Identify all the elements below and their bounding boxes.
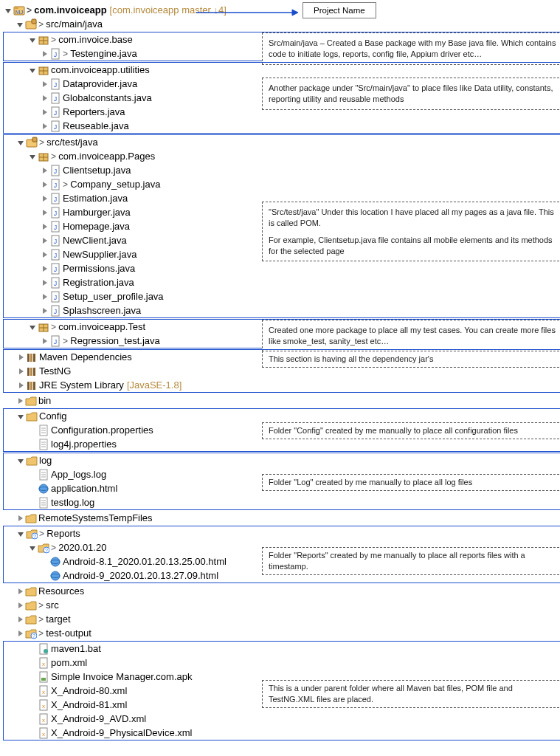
tree-label: Estimation.java [61, 193, 128, 204]
expand-toggle[interactable] [15, 586, 25, 597]
expand-toggle[interactable] [39, 306, 49, 316]
tree-item-src[interactable]: src [3, 598, 560, 612]
expand-toggle[interactable] [39, 121, 49, 131]
project-icon [13, 4, 25, 16]
expand-toggle[interactable] [27, 65, 38, 75]
expand-toggle[interactable] [15, 628, 25, 639]
expand-toggle[interactable] [39, 236, 49, 246]
expand-toggle[interactable] [27, 543, 38, 553]
tree-label: log4j.properties [49, 439, 117, 450]
tree-label: X_Android-81.xml [49, 699, 127, 710]
text-file-icon [38, 497, 49, 509]
java-file-icon [49, 335, 61, 347]
tree-item-java-file[interactable]: Splashscreen.java [4, 303, 560, 317]
tree-label: Reuseable.java [61, 120, 129, 131]
expand-toggle[interactable] [27, 322, 38, 332]
expand-toggle[interactable] [15, 380, 26, 391]
expand-toggle[interactable] [15, 456, 26, 466]
tree-item-resources[interactable]: Resources [3, 584, 560, 598]
java-file-icon [49, 48, 61, 60]
expand-toggle[interactable] [15, 396, 25, 406]
java-file-icon [49, 120, 61, 132]
expand-toggle[interactable] [15, 366, 26, 377]
expand-toggle[interactable] [39, 79, 49, 89]
expand-toggle[interactable] [39, 264, 49, 274]
tree-label: Simple Invoice Manager.com.apk [49, 671, 192, 682]
expand-toggle[interactable] [15, 19, 25, 30]
tree-label: TestNG [38, 365, 71, 377]
expand-toggle[interactable] [15, 411, 26, 422]
annotation-reports: Folder "Reports" created by me manually … [262, 547, 560, 575]
tree-label: src/test/java [38, 137, 98, 148]
tree-item-java-file[interactable]: Registration.java [4, 275, 560, 289]
expand-toggle[interactable] [39, 336, 49, 346]
tree-label: com.invoiceapp.Test [49, 321, 145, 332]
package-icon [38, 34, 49, 46]
tree-item-package-pages[interactable]: com.invoiceapp.Pages [4, 149, 560, 163]
tree-label: bin [37, 395, 51, 406]
expand-toggle[interactable] [3, 5, 13, 16]
expand-toggle[interactable] [15, 529, 26, 539]
tree-label: X_Android-80.xml [49, 685, 127, 696]
tree-item-log-folder[interactable]: log [4, 453, 560, 467]
expand-toggle[interactable] [15, 513, 25, 523]
file-icon [38, 643, 49, 655]
tree-item-test-output[interactable]: test-output [3, 626, 560, 640]
spacer [27, 644, 38, 654]
tree-item-jre[interactable]: JRE System Library [JavaSE-1.8] [4, 378, 560, 392]
expand-toggle[interactable] [39, 221, 49, 232]
spacer [27, 672, 38, 682]
expand-toggle[interactable] [39, 250, 49, 260]
expand-toggle[interactable] [39, 93, 49, 103]
java-file-icon [49, 92, 61, 104]
tree-label: src/main/java [37, 18, 103, 30]
file-icon [38, 727, 49, 739]
tree-item-java-file[interactable]: Permissions.java [4, 261, 560, 275]
expand-toggle[interactable] [39, 278, 49, 288]
tree-label: Android-8.1_2020.01.20.13.25.00.html [61, 556, 227, 567]
tree-item-file[interactable]: log4j.properties [4, 437, 560, 451]
tree-label: Android-9_2020.01.20.13.27.09.html [61, 570, 218, 581]
expand-toggle[interactable] [15, 137, 26, 148]
tree-label: 2020.01.20 [49, 542, 106, 553]
java-file-icon [49, 249, 61, 261]
tree-item-target[interactable]: target [3, 612, 560, 626]
tree-item-src-test-java[interactable]: src/test/java [4, 135, 560, 149]
expand-toggle[interactable] [27, 151, 38, 162]
tree-item-java-file[interactable]: Reuseable.java [4, 119, 560, 133]
expand-toggle[interactable] [39, 207, 49, 218]
tree-item-reports-folder[interactable]: Reports [4, 526, 560, 540]
annotation-utilities-package: Another package under "Src/main/java" to… [262, 78, 560, 110]
tree-item-file[interactable]: testlog.log [4, 495, 560, 509]
tree-item-bin[interactable]: bin [3, 394, 560, 408]
tree-item-file[interactable]: X_Android-9_AVD.xml [4, 712, 560, 726]
expand-toggle[interactable] [39, 49, 49, 59]
expand-toggle[interactable] [15, 352, 26, 362]
expand-toggle[interactable] [15, 600, 25, 611]
expand-toggle[interactable] [39, 179, 49, 190]
expand-toggle[interactable] [39, 107, 49, 117]
tree-item-java-file[interactable]: Setup_user_profile.java [4, 289, 560, 303]
tree-item-java-file[interactable]: Clientsetup.java [4, 163, 560, 177]
tree-item-file[interactable]: X_Android-9_PhysicalDevice.xml [4, 726, 560, 740]
tree-item-java-file[interactable]: Company_setup.java [4, 177, 560, 191]
expand-toggle[interactable] [39, 193, 49, 204]
expand-toggle[interactable] [39, 292, 49, 302]
tree-item-remote-systems[interactable]: RemoteSystemsTempFiles [3, 511, 560, 525]
tree-label: Clientsetup.java [61, 165, 131, 176]
file-icon [38, 699, 49, 711]
tree-label: src [37, 599, 59, 611]
tree-item-config-folder[interactable]: Config [4, 409, 560, 423]
expand-toggle[interactable] [15, 614, 25, 625]
file-icon [38, 671, 49, 683]
expand-toggle[interactable] [39, 165, 49, 176]
tree-label: Setup_user_profile.java [61, 291, 164, 302]
tree-item-package-utilities[interactable]: com.invoiceapp.utilities [4, 63, 560, 77]
spacer [27, 658, 38, 668]
tree-label: Homepage.java [61, 221, 130, 232]
expand-toggle[interactable] [27, 35, 38, 45]
tree-item-src-main-java[interactable]: src/main/java [3, 17, 560, 31]
tree-item-file[interactable]: maven1.bat [4, 642, 560, 656]
spacer [39, 571, 49, 581]
tree-item-file[interactable]: pom.xml [4, 656, 560, 670]
